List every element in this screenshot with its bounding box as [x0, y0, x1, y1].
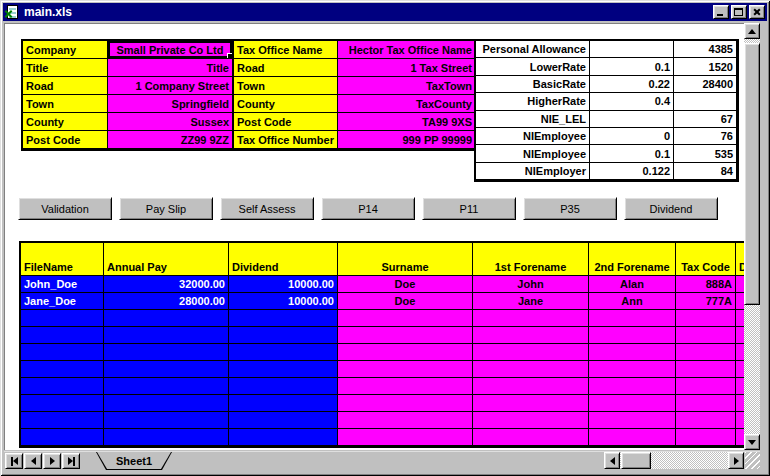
employee-empty-cell[interactable]: [21, 429, 104, 446]
employee-cell-1st-forename-row1[interactable]: Jane: [473, 293, 589, 310]
employee-empty-cell[interactable]: [338, 378, 473, 395]
employee-empty-cell[interactable]: [104, 361, 229, 378]
employee-empty-cell[interactable]: [229, 310, 338, 327]
employee-empty-cell[interactable]: [676, 344, 736, 361]
horizontal-scroll-thumb[interactable]: [621, 452, 651, 469]
employee-empty-cell[interactable]: [21, 344, 104, 361]
employee-empty-cell[interactable]: [736, 378, 744, 395]
scroll-right-button[interactable]: [728, 452, 744, 469]
employee-empty-cell[interactable]: [736, 361, 744, 378]
tax-office-value-cell-road[interactable]: 1 Tax Street: [338, 59, 476, 77]
employee-empty-cell[interactable]: [338, 327, 473, 344]
employee-empty-cell[interactable]: [473, 327, 589, 344]
employee-empty-cell[interactable]: [589, 429, 676, 446]
tax-office-label-cell-post-code[interactable]: Post Code: [234, 113, 338, 131]
minimize-button[interactable]: [713, 5, 729, 19]
tax-office-value-cell-post-code[interactable]: TA99 9XS: [338, 113, 476, 131]
employee-empty-cell[interactable]: [104, 429, 229, 446]
employee-empty-cell[interactable]: [104, 395, 229, 412]
employee-empty-cell[interactable]: [104, 310, 229, 327]
employee-cell-1st-forename-row0[interactable]: John: [473, 276, 589, 293]
employee-empty-cell[interactable]: [473, 361, 589, 378]
employee-empty-cell[interactable]: [676, 395, 736, 412]
rates-name-cell-1[interactable]: LowerRate: [476, 58, 590, 75]
employee-empty-cell[interactable]: [104, 412, 229, 429]
employee-empty-cell[interactable]: [338, 395, 473, 412]
company-label-cell-company[interactable]: Company: [23, 41, 108, 59]
employee-empty-cell[interactable]: [21, 412, 104, 429]
tax-office-label-cell-tax-office-number[interactable]: Tax Office Number: [234, 131, 338, 149]
company-value-cell-title[interactable]: Title: [108, 59, 233, 77]
last-sheet-button[interactable]: [62, 453, 80, 469]
employee-empty-cell[interactable]: [21, 327, 104, 344]
company-value-cell-town[interactable]: Springfield: [108, 95, 233, 113]
company-value-cell-county[interactable]: Sussex: [108, 113, 233, 131]
employee-empty-cell[interactable]: [338, 429, 473, 446]
employee-cell-surname-row0[interactable]: Doe: [338, 276, 473, 293]
employee-empty-cell[interactable]: [229, 327, 338, 344]
employee-cell-2nd-forename-row0[interactable]: Alan: [589, 276, 676, 293]
employee-cell-di-row0[interactable]: [736, 276, 744, 293]
rates-rate-cell-3[interactable]: 0.4: [590, 93, 674, 110]
employee-cell-filename-row1[interactable]: Jane_Doe: [21, 293, 104, 310]
employee-cell-dividend-row1[interactable]: 10000.00: [229, 293, 338, 310]
tax-office-value-cell-town[interactable]: TaxTown: [338, 77, 476, 95]
employee-empty-cell[interactable]: [104, 344, 229, 361]
employee-header-filename[interactable]: FileName: [21, 243, 104, 276]
rates-amount-cell-1[interactable]: 1520: [674, 58, 737, 75]
close-button[interactable]: [749, 5, 765, 19]
employee-header-1st-forename[interactable]: 1st Forename: [473, 243, 589, 276]
prev-sheet-button[interactable]: [24, 453, 42, 469]
rates-rate-cell-6[interactable]: 0.1: [590, 145, 674, 162]
rates-name-cell-7[interactable]: NIEmployer: [476, 163, 590, 180]
employee-header-annual-pay[interactable]: Annual Pay: [104, 243, 229, 276]
employee-empty-cell[interactable]: [229, 361, 338, 378]
employee-empty-cell[interactable]: [736, 429, 744, 446]
employee-empty-cell[interactable]: [736, 344, 744, 361]
employee-empty-cell[interactable]: [473, 378, 589, 395]
employee-empty-cell[interactable]: [21, 361, 104, 378]
employee-empty-cell[interactable]: [676, 378, 736, 395]
employee-empty-cell[interactable]: [229, 344, 338, 361]
employee-empty-cell[interactable]: [589, 378, 676, 395]
scroll-up-button[interactable]: [744, 23, 760, 39]
action-button-p14[interactable]: P14: [321, 197, 415, 220]
rates-amount-cell-6[interactable]: 535: [674, 145, 737, 162]
employee-header-surname[interactable]: Surname: [338, 243, 473, 276]
maximize-button[interactable]: [731, 5, 747, 19]
employee-empty-cell[interactable]: [676, 412, 736, 429]
employee-empty-cell[interactable]: [338, 412, 473, 429]
rates-amount-cell-2[interactable]: 28400: [674, 76, 737, 93]
company-label-cell-post-code[interactable]: Post Code: [23, 131, 108, 149]
company-label-cell-road[interactable]: Road: [23, 77, 108, 95]
action-button-validation[interactable]: Validation: [18, 197, 112, 220]
tax-office-value-cell-tax-office-number[interactable]: 999 PP 99999: [338, 131, 476, 149]
rates-name-cell-2[interactable]: BasicRate: [476, 76, 590, 93]
employee-empty-cell[interactable]: [736, 310, 744, 327]
employee-empty-cell[interactable]: [589, 344, 676, 361]
tax-office-label-cell-county[interactable]: County: [234, 95, 338, 113]
tab-sheet1[interactable]: Sheet1: [96, 452, 172, 470]
action-button-p11[interactable]: P11: [422, 197, 516, 220]
employee-cell-di-row1[interactable]: [736, 293, 744, 310]
employee-empty-cell[interactable]: [21, 310, 104, 327]
tax-office-label-cell-road[interactable]: Road: [234, 59, 338, 77]
employee-empty-cell[interactable]: [589, 395, 676, 412]
rates-name-cell-6[interactable]: NIEmployee: [476, 145, 590, 162]
rates-amount-cell-5[interactable]: 76: [674, 128, 737, 145]
employee-empty-cell[interactable]: [589, 361, 676, 378]
company-value-cell-road[interactable]: 1 Company Street: [108, 77, 233, 95]
employee-cell-dividend-row0[interactable]: 10000.00: [229, 276, 338, 293]
rates-rate-cell-4[interactable]: [590, 111, 674, 128]
rates-rate-cell-7[interactable]: 0.122: [590, 163, 674, 180]
action-button-pay-slip[interactable]: Pay Slip: [119, 197, 213, 220]
employee-empty-cell[interactable]: [473, 344, 589, 361]
scroll-left-button[interactable]: [604, 452, 620, 469]
first-sheet-button[interactable]: [5, 453, 23, 469]
employee-empty-cell[interactable]: [473, 395, 589, 412]
rates-rate-cell-5[interactable]: 0: [590, 128, 674, 145]
company-value-cell-company selected-cell[interactable]: Small Private Co Ltd: [108, 41, 233, 59]
employee-cell-tax-code-row1[interactable]: 777A: [676, 293, 736, 310]
employee-empty-cell[interactable]: [104, 327, 229, 344]
employee-empty-cell[interactable]: [21, 395, 104, 412]
